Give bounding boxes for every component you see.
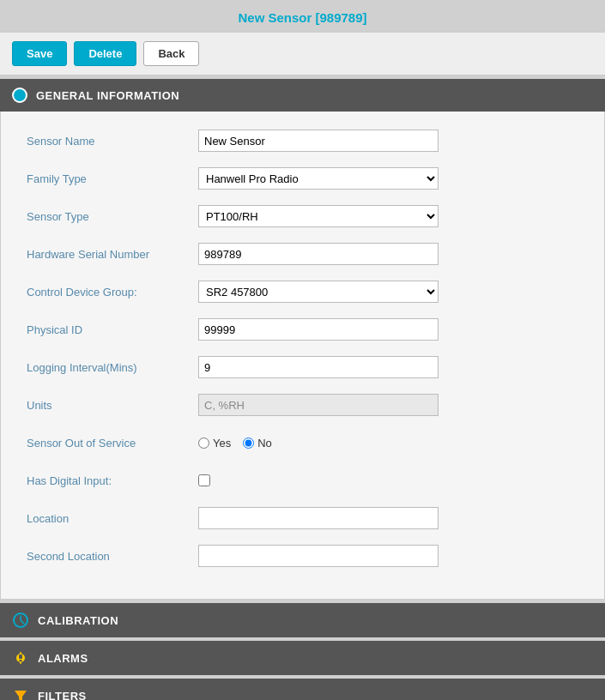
general-information-header[interactable]: GENERAL INFORMATION: [0, 79, 605, 112]
alarms-icon: [12, 649, 29, 667]
delete-button[interactable]: Delete: [74, 41, 136, 66]
svg-rect-2: [19, 655, 22, 659]
out-of-service-yes-text: Yes: [213, 437, 231, 450]
filters-section-header[interactable]: FILTERS: [0, 679, 605, 700]
out-of-service-label: Sensor Out of Service: [27, 437, 198, 450]
hardware-serial-row: Hardware Serial Number: [27, 242, 578, 266]
sensor-type-field[interactable]: PT100/RH: [198, 205, 439, 227]
second-location-input[interactable]: [198, 545, 439, 567]
toolbar: Save Delete Back: [0, 32, 605, 75]
control-device-row: Control Device Group: SR2 457800: [27, 280, 578, 304]
svg-rect-3: [20, 660, 22, 661]
sensor-type-row: Sensor Type PT100/RH: [27, 204, 578, 228]
location-label: Location: [27, 512, 198, 525]
digital-input-label: Has Digital Input:: [27, 474, 198, 487]
physical-id-input[interactable]: [198, 318, 439, 341]
location-row: Location: [27, 506, 578, 530]
calibration-section-header[interactable]: CALIBRATION: [0, 603, 605, 637]
control-device-label: Control Device Group:: [27, 286, 198, 299]
physical-id-field[interactable]: [198, 318, 439, 341]
out-of-service-yes-radio[interactable]: [198, 438, 209, 449]
out-of-service-no-label[interactable]: No: [243, 437, 272, 450]
physical-id-row: Physical ID: [27, 317, 578, 341]
control-device-field[interactable]: SR2 457800: [198, 281, 439, 303]
filters-icon: [12, 687, 29, 700]
general-info-label: GENERAL INFORMATION: [36, 89, 179, 102]
back-button[interactable]: Back: [143, 41, 199, 66]
general-info-icon: [12, 88, 27, 103]
control-device-select[interactable]: SR2 457800: [198, 281, 439, 303]
out-of-service-field: Yes No: [198, 437, 439, 450]
hardware-serial-field[interactable]: [198, 243, 439, 265]
sensor-type-select[interactable]: PT100/RH: [198, 205, 439, 227]
units-field: [198, 394, 439, 416]
second-location-field[interactable]: [198, 545, 439, 567]
digital-input-checkbox[interactable]: [198, 474, 210, 486]
units-label: Units: [27, 399, 198, 412]
alarms-label: ALARMS: [38, 652, 88, 665]
filters-label: FILTERS: [38, 690, 87, 701]
logging-interval-label: Logging Interval(Mins): [27, 361, 198, 374]
page-title: New Sensor [989789]: [0, 0, 605, 32]
location-input[interactable]: [198, 507, 439, 529]
family-type-field[interactable]: Hanwell Pro Radio: [198, 167, 439, 190]
hardware-serial-label: Hardware Serial Number: [27, 248, 198, 261]
second-location-row: Second Location: [27, 544, 578, 568]
general-information-content: Sensor Name Family Type Hanwell Pro Radi…: [0, 112, 605, 600]
save-button[interactable]: Save: [12, 41, 67, 66]
family-type-label: Family Type: [27, 172, 198, 185]
sensor-name-row: Sensor Name: [27, 129, 578, 153]
digital-input-row: Has Digital Input:: [27, 468, 578, 492]
sensor-name-field[interactable]: [198, 130, 439, 152]
digital-input-field[interactable]: [198, 474, 439, 486]
sensor-name-input[interactable]: [198, 130, 439, 152]
calibration-label: CALIBRATION: [38, 614, 118, 627]
family-type-row: Family Type Hanwell Pro Radio: [27, 166, 578, 190]
alarms-section-header[interactable]: ALARMS: [0, 641, 605, 675]
sensor-name-label: Sensor Name: [27, 135, 198, 148]
family-type-select[interactable]: Hanwell Pro Radio: [198, 167, 439, 190]
physical-id-label: Physical ID: [27, 323, 198, 336]
logging-interval-row: Logging Interval(Mins): [27, 355, 578, 379]
logging-interval-input[interactable]: [198, 356, 439, 378]
hardware-serial-input[interactable]: [198, 243, 439, 265]
out-of-service-yes-label[interactable]: Yes: [198, 437, 231, 450]
out-of-service-row: Sensor Out of Service Yes No: [27, 431, 578, 455]
out-of-service-no-radio[interactable]: [243, 438, 254, 449]
units-input: [198, 394, 439, 416]
svg-marker-4: [15, 691, 27, 700]
second-location-label: Second Location: [27, 550, 198, 563]
calibration-icon: [12, 612, 29, 629]
location-field[interactable]: [198, 507, 439, 529]
sensor-type-label: Sensor Type: [27, 210, 198, 223]
out-of-service-no-text: No: [257, 437, 272, 450]
logging-interval-field[interactable]: [198, 356, 439, 378]
units-row: Units: [27, 393, 578, 417]
